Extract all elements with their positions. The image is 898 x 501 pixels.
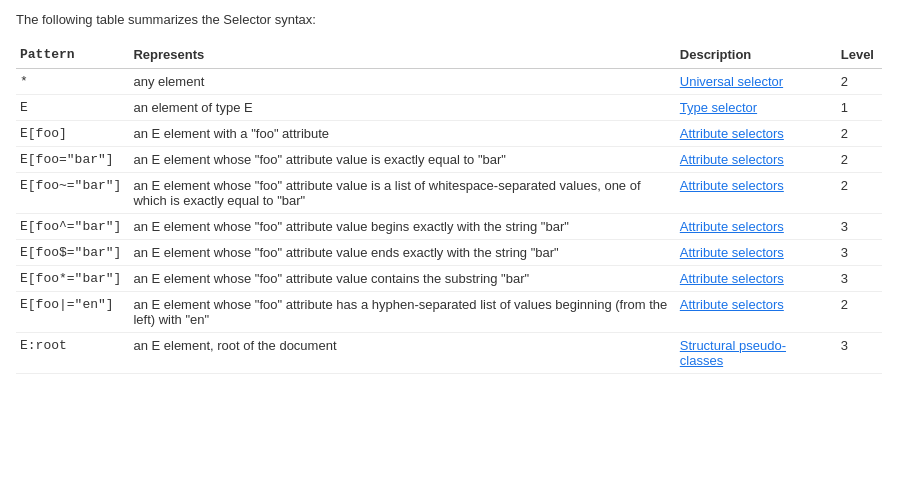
- cell-pattern: E[foo="bar"]: [16, 147, 129, 173]
- cell-level: 2: [837, 69, 882, 95]
- cell-represents: an E element whose "foo" attribute value…: [129, 240, 675, 266]
- table-row: E[foo~="bar"]an E element whose "foo" at…: [16, 173, 882, 214]
- cell-description[interactable]: Attribute selectors: [676, 292, 837, 333]
- cell-pattern: E[foo$="bar"]: [16, 240, 129, 266]
- table-row: *any elementUniversal selector2: [16, 69, 882, 95]
- description-link[interactable]: Attribute selectors: [680, 178, 784, 193]
- description-link[interactable]: Attribute selectors: [680, 126, 784, 141]
- cell-description[interactable]: Universal selector: [676, 69, 837, 95]
- cell-description[interactable]: Attribute selectors: [676, 121, 837, 147]
- cell-description[interactable]: Attribute selectors: [676, 240, 837, 266]
- cell-pattern: E[foo*="bar"]: [16, 266, 129, 292]
- selector-table: Pattern Represents Description Level *an…: [16, 41, 882, 374]
- cell-represents: an E element whose "foo" attribute value…: [129, 147, 675, 173]
- cell-represents: an E element whose "foo" attribute value…: [129, 266, 675, 292]
- table-header-row: Pattern Represents Description Level: [16, 41, 882, 69]
- description-link[interactable]: Attribute selectors: [680, 271, 784, 286]
- cell-pattern: E[foo~="bar"]: [16, 173, 129, 214]
- cell-description[interactable]: Attribute selectors: [676, 214, 837, 240]
- description-link[interactable]: Universal selector: [680, 74, 783, 89]
- header-pattern: Pattern: [16, 41, 129, 69]
- cell-pattern: E[foo|="en"]: [16, 292, 129, 333]
- table-row: E[foo*="bar"]an E element whose "foo" at…: [16, 266, 882, 292]
- header-description: Description: [676, 41, 837, 69]
- table-row: Ean element of type EType selector1: [16, 95, 882, 121]
- table-row: E[foo^="bar"]an E element whose "foo" at…: [16, 214, 882, 240]
- cell-description[interactable]: Attribute selectors: [676, 173, 837, 214]
- cell-level: 2: [837, 121, 882, 147]
- cell-pattern: E[foo]: [16, 121, 129, 147]
- intro-text: The following table summarizes the Selec…: [16, 12, 882, 27]
- cell-level: 2: [837, 147, 882, 173]
- description-link[interactable]: Type selector: [680, 100, 757, 115]
- header-level: Level: [837, 41, 882, 69]
- cell-description[interactable]: Attribute selectors: [676, 266, 837, 292]
- cell-level: 3: [837, 266, 882, 292]
- description-link[interactable]: Attribute selectors: [680, 219, 784, 234]
- table-row: E[foo|="en"]an E element whose "foo" att…: [16, 292, 882, 333]
- cell-level: 3: [837, 214, 882, 240]
- table-row: E[foo$="bar"]an E element whose "foo" at…: [16, 240, 882, 266]
- cell-level: 1: [837, 95, 882, 121]
- cell-represents: an E element, root of the document: [129, 333, 675, 374]
- cell-level: 3: [837, 333, 882, 374]
- cell-represents: an E element whose "foo" attribute value…: [129, 173, 675, 214]
- description-link[interactable]: Structural pseudo-classes: [680, 338, 786, 368]
- description-link[interactable]: Attribute selectors: [680, 245, 784, 260]
- cell-description[interactable]: Structural pseudo-classes: [676, 333, 837, 374]
- cell-description[interactable]: Attribute selectors: [676, 147, 837, 173]
- cell-pattern: E: [16, 95, 129, 121]
- cell-pattern: E[foo^="bar"]: [16, 214, 129, 240]
- cell-pattern: E:root: [16, 333, 129, 374]
- description-link[interactable]: Attribute selectors: [680, 297, 784, 312]
- table-row: E[foo="bar"]an E element whose "foo" att…: [16, 147, 882, 173]
- cell-level: 2: [837, 292, 882, 333]
- table-row: E[foo]an E element with a "foo" attribut…: [16, 121, 882, 147]
- cell-represents: an E element whose "foo" attribute value…: [129, 214, 675, 240]
- cell-description[interactable]: Type selector: [676, 95, 837, 121]
- header-represents: Represents: [129, 41, 675, 69]
- cell-pattern: *: [16, 69, 129, 95]
- cell-represents: an E element with a "foo" attribute: [129, 121, 675, 147]
- cell-level: 2: [837, 173, 882, 214]
- cell-represents: an element of type E: [129, 95, 675, 121]
- cell-represents: an E element whose "foo" attribute has a…: [129, 292, 675, 333]
- cell-represents: any element: [129, 69, 675, 95]
- table-row: E:rootan E element, root of the document…: [16, 333, 882, 374]
- description-link[interactable]: Attribute selectors: [680, 152, 784, 167]
- cell-level: 3: [837, 240, 882, 266]
